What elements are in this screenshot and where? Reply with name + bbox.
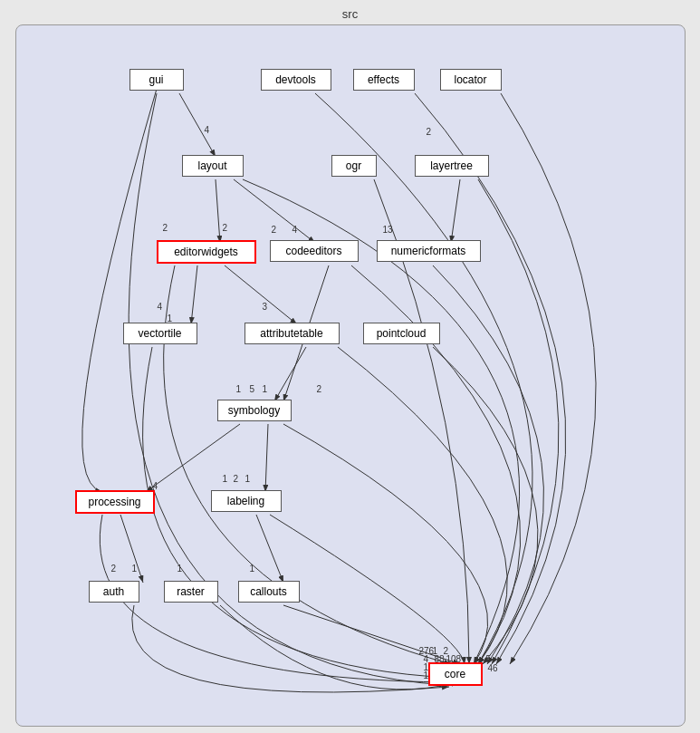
edge-label-layout-ew-2: 2 [163,223,168,233]
edge-label-layout-ew-3: 2 [223,223,228,233]
node-callouts: callouts [238,581,300,603]
node-symbology: symbology [217,400,292,421]
svg-line-1 [179,93,216,157]
edges-svg [16,25,685,726]
node-core: core [428,662,483,686]
svg-line-6 [225,265,297,324]
edge-label-code-3: 3 [263,302,268,312]
node-codeeditors: codeeditors [270,240,359,262]
svg-line-2 [216,179,220,243]
node-locator: locator [440,69,502,91]
svg-line-4 [451,179,460,243]
node-auth: auth [89,581,139,603]
node-layertree: layertree [415,155,489,177]
node-editorwidgets: editorwidgets [157,240,256,264]
node-pointcloud: pointcloud [363,323,440,344]
edge-label-code-2: 2 [272,225,277,235]
edge-label-ew-4: 4 [158,302,163,312]
svg-line-12 [256,515,283,583]
edge-label-core-46: 46 [488,663,498,673]
src-box: 4 2 2 2 2 4 13 4 1 3 1 5 1 2 4 1 2 1 2 1… [15,24,686,727]
node-numericformats: numericformats [377,240,481,262]
node-effects: effects [353,69,415,91]
edge-label-lab-2: 2 [234,474,239,484]
edge-label-numeric-13: 13 [383,225,393,235]
edge-label-auth-2: 2 [111,564,117,574]
edge-label-lab-1: 1 [223,474,228,484]
edge-label-gui-layout: 4 [205,125,210,135]
node-devtools: devtools [261,69,331,91]
node-ogr: ogr [331,155,377,177]
edge-label-code-4: 4 [292,225,298,235]
edge-label-sym-1: 1 [236,384,242,394]
edge-label-raster-1: 1 [177,564,183,574]
edge-label-sym-5: 5 [250,384,255,394]
node-vectortile: vectortile [123,323,197,344]
edge-label-lab-1b: 1 [245,474,251,484]
node-processing: processing [75,490,155,514]
node-raster: raster [164,581,218,603]
node-labeling: labeling [211,490,282,512]
svg-line-8 [274,347,306,401]
node-gui: gui [129,69,184,91]
svg-line-5 [191,265,197,324]
node-attributetable: attributetable [245,323,340,344]
node-layout: layout [182,155,244,177]
outer-container: src [0,0,700,733]
edge-label-layertree: 2 [427,127,432,137]
src-title: src [342,7,358,21]
edge-label-sym-1b: 1 [263,384,268,394]
svg-line-9 [265,424,268,492]
edge-label-auth-1: 1 [132,564,138,574]
edge-label-callouts-1: 1 [250,564,255,574]
edge-label-sym-2: 2 [317,384,322,394]
